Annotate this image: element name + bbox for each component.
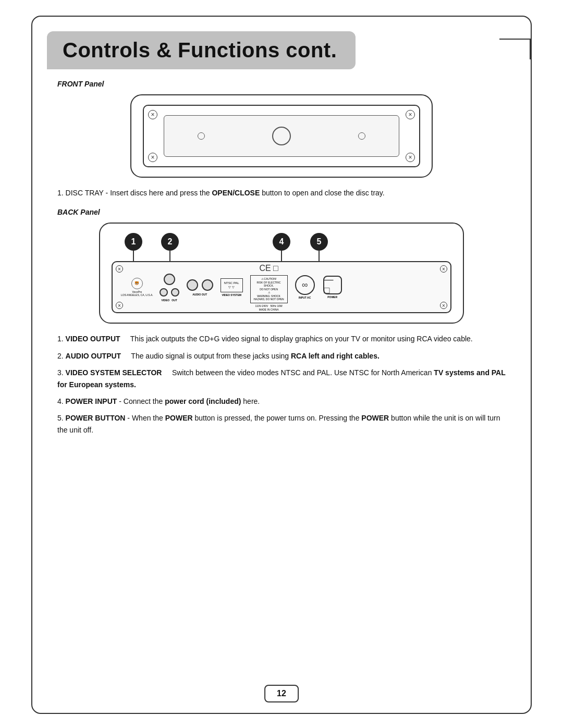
back-panel-label: BACK Panel — [57, 208, 506, 216]
item-2-text: The audio signal is output from these ja… — [131, 352, 379, 360]
number-1: 1 — [125, 233, 142, 251]
list-item-5: 5. POWER BUTTON - When the POWER button … — [57, 412, 506, 436]
num-col-2: 2 — [161, 233, 179, 261]
tray-dot-left — [198, 132, 205, 140]
num-line-5 — [319, 251, 320, 261]
item-2-label: AUDIO OUTPUT — [66, 352, 129, 360]
front-panel-description: 1. DISC TRAY - Insert discs here and pre… — [57, 187, 506, 199]
caution-triangle-2: ⚠ — [268, 291, 270, 294]
front-panel-diagram — [57, 94, 506, 178]
back-panel-main: × × × × 🐯 VocoProLOS ANGELES, CA, U.S.A. — [112, 261, 451, 313]
num-line-4 — [281, 251, 282, 261]
bp-made-in: MADE IN CHINA — [259, 308, 279, 311]
item-4-label: POWER INPUT — [66, 397, 117, 405]
list-item-2: 2. AUDIO OUTPUT The audio signal is outp… — [57, 350, 506, 362]
bp-audio-output-jacks — [186, 278, 214, 292]
front-panel-outer — [130, 94, 433, 178]
bp-audio-jack-r — [171, 288, 179, 297]
screw-tl — [148, 110, 157, 119]
front-panel-label: FRONT Panel — [57, 80, 506, 88]
bp-video-label: VIDEO OUT — [162, 299, 177, 302]
list-item-3: 3. VIDEO SYSTEM SELECTOR Switch between … — [57, 367, 506, 390]
screw-tr — [406, 110, 415, 119]
num-col-1: 1 — [125, 233, 142, 261]
caution-triangle-1: ⚠ — [261, 277, 263, 280]
bp-video-jacks: VIDEO OUT — [158, 273, 180, 302]
bp-screw-br: × — [440, 302, 447, 309]
front-panel-inner — [143, 105, 420, 167]
page: Controls & Functions cont. FRONT Panel — [31, 16, 532, 714]
bp-brand-text: VocoProLOS ANGELES, CA, U.S.A. — [121, 290, 153, 297]
bp-video-selector: NTSC PAL▽ ▽ VIDEO SYSTEM — [221, 278, 243, 297]
item-4-text: - Connect the power cord (included) here… — [119, 397, 260, 405]
ce-mark: CE □ — [259, 264, 278, 273]
item-1-text: This jack outputs the CD+G video signal … — [130, 335, 473, 343]
back-panel-outer: 1 2 4 — [99, 223, 464, 324]
bp-caution-box: ⚠ CAUTION! RISK OF ELECTRIC SHOCK. DO NO… — [250, 275, 288, 303]
bp-power-label: POWER — [327, 295, 337, 299]
bp-screw-tr: × — [440, 265, 447, 273]
header-title-box: Controls & Functions cont. — [47, 31, 356, 69]
back-panel-items-list: 1. VIDEO OUTPUT This jack outputs the CD… — [57, 333, 506, 436]
bp-ntsc-pal-box: NTSC PAL▽ ▽ — [221, 278, 243, 292]
bp-video-sys-label: VIDEO SYSTEM — [222, 293, 241, 297]
bp-caution: CE □ ⚠ CAUTION! RISK OF ELECTRIC SHOCK. … — [250, 264, 288, 311]
bp-audio-out-r — [202, 279, 213, 291]
bp-audio-jack-l — [160, 288, 168, 297]
page-number: 12 — [264, 685, 299, 702]
list-item-1: 1. VIDEO OUTPUT This jack outputs the CD… — [57, 333, 506, 344]
disc-tray — [164, 115, 399, 157]
bp-brand-logo: 🐯 — [131, 278, 143, 289]
screw-br — [406, 153, 415, 162]
num-col-5: 5 — [310, 233, 328, 261]
bp-screw-bl: × — [116, 302, 123, 309]
item-5-label: POWER BUTTON — [66, 414, 126, 422]
num-col-4: 4 — [273, 233, 290, 261]
list-item-4: 4. POWER INPUT - Connect the power cord … — [57, 396, 506, 407]
bp-input-ac-label: INPUT AC — [299, 296, 311, 299]
bp-video-jack — [164, 274, 175, 285]
tray-dot-right — [358, 132, 365, 140]
item-1-label: VIDEO OUTPUT — [66, 335, 129, 343]
bp-voltage-label: 110V-240V 50Hz 10W — [255, 304, 282, 307]
num-line-2 — [169, 251, 170, 261]
page-title: Controls & Functions cont. — [63, 39, 337, 61]
bp-power-input-jack: ∞ — [295, 275, 315, 295]
screw-bl — [148, 153, 157, 162]
bp-audio-out-label: AUDIO OUT — [192, 293, 207, 296]
number-5: 5 — [310, 233, 328, 251]
bp-power-btn-icon: ― □ — [323, 276, 342, 294]
item-3-label: VIDEO SYSTEM SELECTOR — [66, 368, 170, 377]
content-area: FRONT Panel 1. DISC TRAY - Insert discs — [32, 69, 531, 451]
back-panel-numbers-row: 1 2 4 — [112, 233, 451, 261]
bp-screw-tl: × — [116, 265, 123, 273]
bp-video-jack-group — [163, 273, 176, 286]
num-line-1 — [133, 251, 134, 261]
bp-power-input: ∞ INPUT AC — [295, 275, 315, 299]
bp-brand: 🐯 VocoProLOS ANGELES, CA, U.S.A. — [121, 278, 153, 297]
bp-power-button: ― □ POWER — [323, 276, 342, 299]
tray-dot-center — [272, 127, 291, 145]
number-2: 2 — [161, 233, 179, 251]
number-4: 4 — [273, 233, 290, 251]
bp-audio-jacks — [158, 287, 180, 298]
bp-audio-out-l — [187, 279, 198, 291]
bp-audio-output: AUDIO OUT — [186, 278, 214, 296]
back-panel-diagram: 1 2 4 — [57, 223, 506, 324]
